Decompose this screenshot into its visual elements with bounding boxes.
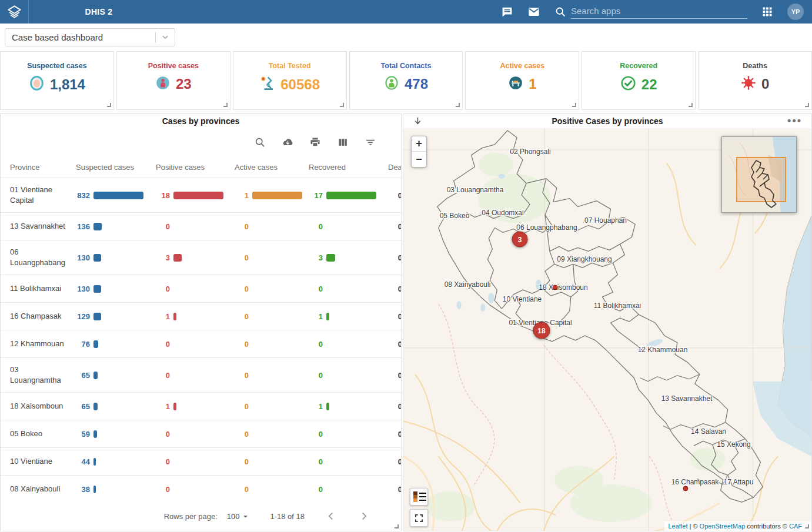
- download-icon[interactable]: [282, 136, 293, 148]
- filter-icon[interactable]: [365, 136, 376, 148]
- card-label: Active cases: [466, 62, 579, 70]
- more-options-icon[interactable]: •••: [787, 114, 802, 127]
- resize-handle[interactable]: [689, 103, 693, 107]
- value-bar: [93, 403, 98, 410]
- value-bar: [93, 486, 96, 493]
- recovered-cell: 3: [309, 253, 388, 262]
- map-canvas[interactable]: 02 Phongsali03 Louangnamtha04 Oudomxai05…: [403, 128, 811, 531]
- card-label: Recovered: [582, 62, 695, 70]
- next-page-button[interactable]: [357, 510, 370, 523]
- positive-cell: 0: [156, 485, 235, 494]
- column-header: Province: [10, 163, 76, 172]
- value-bar: [93, 192, 143, 199]
- deaths-cell: 0: [388, 222, 402, 231]
- province-label: 18 Xaisomboun: [539, 283, 587, 292]
- dashboard-select[interactable]: Case based dashboard: [5, 28, 175, 46]
- recovered-cell: 1: [309, 402, 388, 411]
- chevron-down-icon[interactable]: [156, 32, 175, 42]
- deaths-cell: 0: [388, 191, 402, 200]
- resize-handle[interactable]: [572, 103, 576, 107]
- value-bar: [93, 340, 98, 348]
- zoom-out-button[interactable]: −: [412, 152, 426, 167]
- province-cell: 11 Bolikhamxai: [10, 283, 76, 294]
- resize-handle[interactable]: [107, 103, 111, 107]
- pagination-range: 1-18 of 18: [270, 512, 305, 521]
- case-cluster-marker[interactable]: 18: [533, 322, 550, 339]
- active-cell: 0: [235, 402, 309, 411]
- apps-grid-icon[interactable]: [761, 6, 773, 18]
- card-value: 0: [761, 76, 769, 92]
- card-label: Suspected cases: [1, 62, 113, 70]
- recovered-cell: 17: [309, 191, 388, 200]
- case-point-marker[interactable]: [683, 486, 689, 491]
- table-row: 05 Bokeo590000: [1, 420, 401, 447]
- deaths-cell: 0: [388, 285, 402, 293]
- table-pagination: Rows per page: 100 1-18 of 18: [1, 503, 401, 530]
- positive-cell: 0: [156, 285, 235, 293]
- map-zoom-control: + −: [411, 136, 427, 168]
- dhis2-logo-icon[interactable]: [0, 0, 29, 24]
- search-icon: [554, 6, 566, 18]
- resize-handle[interactable]: [805, 524, 809, 528]
- top-bar: DHIS 2 YP: [0, 0, 812, 24]
- messages-icon[interactable]: [501, 6, 513, 18]
- search-apps-input[interactable]: [571, 5, 747, 19]
- province-label: 08 Xainyabouli: [445, 280, 491, 289]
- card-label: Positive cases: [117, 62, 230, 70]
- deaths-cell: 0: [388, 340, 402, 349]
- zoom-in-button[interactable]: +: [412, 136, 426, 152]
- province-label: 13 Savannakhet: [661, 394, 713, 403]
- map-legend-button[interactable]: [410, 488, 428, 506]
- openstreetmap-link[interactable]: OpenStreetMap: [700, 523, 746, 530]
- table-header-row: ProvinceSuspected casesPositive casesAct…: [1, 156, 401, 178]
- rows-per-page-label: Rows per page:: [164, 512, 218, 521]
- value-bar: [173, 313, 176, 320]
- column-header: Suspected cases: [76, 163, 156, 172]
- resize-handle[interactable]: [340, 103, 344, 107]
- download-arrow-icon[interactable]: [413, 116, 423, 128]
- person-green-icon: [384, 75, 399, 93]
- table-toolbar: [1, 128, 401, 156]
- province-label: 07 Houaphan: [584, 216, 627, 225]
- fullscreen-button[interactable]: [410, 509, 428, 527]
- positive-cell: 0: [156, 457, 235, 466]
- case-point-marker[interactable]: [553, 285, 558, 290]
- value-bar: [93, 313, 101, 320]
- active-cell: 1: [235, 191, 309, 200]
- case-cluster-marker[interactable]: 3: [512, 232, 528, 247]
- resize-handle[interactable]: [805, 103, 809, 107]
- resize-handle[interactable]: [456, 103, 460, 107]
- value-bar: [93, 458, 96, 466]
- resize-handle[interactable]: [395, 524, 399, 528]
- deaths-cell: 0: [388, 457, 402, 466]
- positive-cell: 18: [156, 191, 235, 200]
- user-avatar[interactable]: YP: [787, 4, 804, 20]
- resize-handle[interactable]: [223, 103, 228, 107]
- suspected-cell: 59: [76, 430, 156, 439]
- province-cell: 08 Xainyabouli: [10, 484, 76, 494]
- province-cell: 18 Xaisomboun: [10, 401, 76, 411]
- active-cell: 0: [235, 312, 309, 321]
- province-label: 17 Attapu: [724, 478, 754, 486]
- rows-per-page-select[interactable]: 100: [227, 512, 249, 521]
- recovered-cell: 0: [309, 285, 388, 293]
- columns-icon[interactable]: [337, 136, 349, 148]
- mail-icon[interactable]: [527, 5, 540, 18]
- print-icon[interactable]: [309, 136, 321, 148]
- value-bar: [326, 403, 329, 410]
- caf-link[interactable]: CAF: [789, 523, 802, 530]
- province-cell: 12 Khammouan: [10, 339, 76, 349]
- column-header: Recovered: [309, 163, 388, 172]
- mask-face-icon: [29, 75, 45, 93]
- previous-page-button[interactable]: [325, 510, 338, 523]
- suspected-cell: 38: [76, 485, 156, 494]
- stat-card: Suspected cases1,814: [0, 51, 114, 110]
- table-row: 06 Louangphabang1303030: [1, 240, 401, 275]
- overview-inset-map[interactable]: [721, 136, 797, 213]
- value-bar: [173, 192, 223, 199]
- active-cell: 0: [235, 222, 309, 231]
- leaflet-link[interactable]: Leaflet: [668, 523, 687, 530]
- active-cell: 0: [235, 485, 309, 494]
- card-label: Total Tested: [233, 62, 346, 70]
- table-search-icon[interactable]: [254, 136, 266, 148]
